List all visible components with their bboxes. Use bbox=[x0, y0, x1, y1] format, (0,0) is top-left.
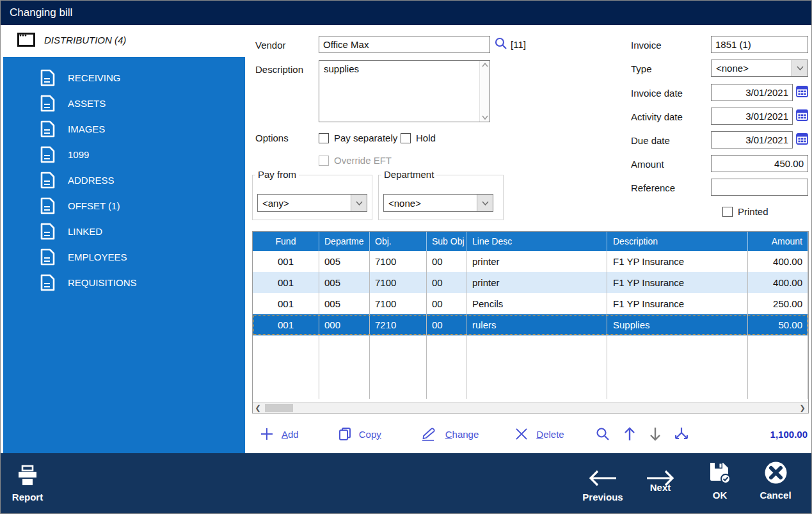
hold-checkbox[interactable] bbox=[401, 133, 411, 143]
calendar-icon[interactable] bbox=[796, 133, 808, 145]
table-row[interactable]: 001 005 7100 00 printer F1 YP Insurance … bbox=[253, 272, 808, 293]
cell-obj: 7100 bbox=[370, 293, 427, 314]
sidebar-item-label: EMPLOYEES bbox=[68, 252, 127, 262]
save-check-icon bbox=[708, 462, 731, 485]
due-date-input[interactable] bbox=[711, 131, 793, 149]
scroll-left-icon[interactable]: ❮ bbox=[253, 403, 263, 413]
pay-from-select[interactable]: <any> bbox=[257, 194, 367, 212]
change-label: Change bbox=[445, 429, 479, 440]
changing-bill-dialog: Changing bill DISTRIBUTION (4) RECEIVING… bbox=[0, 0, 812, 514]
scrollbar-thumb[interactable] bbox=[265, 404, 293, 412]
horizontal-scrollbar[interactable]: ❮ ❯ bbox=[253, 402, 808, 413]
cell-amount: 400.00 bbox=[748, 251, 808, 272]
arrow-left-icon bbox=[588, 463, 617, 486]
sidebar-item-label: ASSETS bbox=[68, 98, 106, 109]
cancel-button[interactable]: Cancel bbox=[754, 462, 797, 501]
next-button[interactable]: Next bbox=[641, 463, 680, 493]
activity-date-input[interactable] bbox=[711, 108, 793, 125]
cell-description: F1 YP Insurance bbox=[607, 251, 748, 272]
cell-fund: 001 bbox=[253, 272, 319, 293]
report-button[interactable]: Report bbox=[8, 463, 47, 502]
sidebar-item-label: IMAGES bbox=[68, 124, 105, 134]
sidebar-item-assets[interactable]: ASSETS bbox=[3, 90, 245, 116]
reference-input[interactable] bbox=[711, 179, 808, 196]
document-icon bbox=[40, 120, 55, 138]
sidebar-item-address[interactable]: ADDRESS bbox=[3, 167, 245, 193]
chevron-down-icon[interactable] bbox=[351, 195, 367, 211]
ok-button[interactable]: OK bbox=[703, 462, 736, 501]
cell-department: 005 bbox=[319, 293, 370, 314]
change-button[interactable]: Change bbox=[421, 427, 479, 441]
sidebar-item-1099[interactable]: 1099 bbox=[3, 141, 245, 167]
scroll-right-icon[interactable]: ❯ bbox=[797, 403, 808, 413]
column-header-sub-obj[interactable]: Sub Obj bbox=[427, 232, 466, 251]
vendor-input[interactable] bbox=[319, 36, 490, 53]
cell-sub-obj: 00 bbox=[427, 251, 466, 272]
invoice-date-label: Invoice date bbox=[631, 88, 683, 99]
column-header-department[interactable]: Departme bbox=[319, 232, 370, 251]
table-row[interactable]: 001 005 7100 00 printer F1 YP Insurance … bbox=[253, 251, 808, 272]
chevron-down-icon[interactable] bbox=[792, 60, 808, 76]
type-label: Type bbox=[631, 63, 652, 74]
copy-button[interactable]: Copy bbox=[338, 427, 381, 441]
column-header-fund[interactable]: Fund bbox=[253, 232, 319, 251]
search-icon[interactable] bbox=[595, 426, 610, 442]
override-eft-label: Override EFT bbox=[334, 155, 392, 166]
vendor-label: Vendor bbox=[255, 40, 286, 51]
department-label: Department bbox=[381, 169, 436, 180]
copy-label: Copy bbox=[359, 429, 381, 440]
invoice-input[interactable] bbox=[711, 36, 808, 53]
description-label: Description bbox=[255, 64, 303, 75]
invoice-date-input[interactable] bbox=[711, 84, 793, 101]
pay-from-label: Pay from bbox=[255, 169, 299, 180]
empty-row bbox=[253, 378, 808, 399]
scroll-down-icon[interactable] bbox=[482, 115, 488, 120]
chevron-down-icon[interactable] bbox=[477, 195, 493, 211]
column-header-obj[interactable]: Obj. bbox=[370, 232, 427, 251]
description-textarea[interactable]: supplies bbox=[319, 60, 490, 122]
grid-header-row: Fund Departme Obj. Sub Obj Line Desc Des… bbox=[253, 232, 808, 251]
department-select[interactable]: <none> bbox=[383, 194, 493, 212]
delete-button[interactable]: Delete bbox=[514, 427, 564, 441]
previous-button[interactable]: Previous bbox=[578, 463, 628, 502]
sidebar-item-employees[interactable]: EMPLOYEES bbox=[3, 244, 245, 269]
cell-description: F1 YP Insurance bbox=[607, 272, 748, 293]
report-label: Report bbox=[12, 492, 43, 502]
sidebar-item-label: RECEIVING bbox=[68, 72, 121, 83]
document-icon bbox=[40, 172, 55, 189]
move-up-icon[interactable] bbox=[623, 426, 636, 442]
line-items-grid: Fund Departme Obj. Sub Obj Line Desc Des… bbox=[252, 231, 809, 414]
sidebar-item-receiving[interactable]: RECEIVING bbox=[3, 65, 245, 90]
sidebar-item-images[interactable]: IMAGES bbox=[3, 116, 245, 141]
distribute-icon[interactable] bbox=[673, 426, 690, 442]
sidebar-item-offset[interactable]: OFFSET (1) bbox=[3, 193, 245, 218]
printed-checkbox[interactable] bbox=[722, 207, 733, 217]
cell-sub-obj: 00 bbox=[427, 314, 466, 335]
vendor-search-icon[interactable] bbox=[494, 36, 508, 51]
cancel-circle-icon bbox=[764, 462, 788, 485]
sidebar-item-linked[interactable]: LINKED bbox=[3, 218, 245, 244]
table-row[interactable]: 001 005 7100 00 Pencils F1 YP Insurance … bbox=[253, 293, 808, 314]
column-header-amount[interactable]: Amount bbox=[748, 232, 808, 251]
calendar-icon[interactable] bbox=[796, 85, 808, 97]
pay-separately-checkbox[interactable] bbox=[319, 133, 329, 143]
cell-obj: 7100 bbox=[370, 272, 427, 293]
amount-input[interactable] bbox=[711, 155, 808, 172]
description-scrollbar[interactable] bbox=[479, 61, 490, 122]
cell-line-desc: printer bbox=[466, 272, 607, 293]
pencil-icon bbox=[421, 427, 438, 441]
scroll-up-icon[interactable] bbox=[482, 63, 488, 67]
cell-amount: 400.00 bbox=[748, 272, 808, 293]
add-button[interactable]: Add bbox=[260, 427, 299, 441]
column-header-description[interactable]: Description bbox=[607, 232, 748, 251]
calendar-icon[interactable] bbox=[796, 109, 808, 121]
table-row-selected[interactable]: 001 000 7210 00 rulers Supplies 50.00 bbox=[253, 314, 808, 335]
cell-line-desc: rulers bbox=[466, 314, 607, 335]
sidebar-panel: RECEIVING ASSETS IMAGES 1099 ADDRESS OFF… bbox=[3, 57, 245, 453]
type-select[interactable]: <none> bbox=[711, 60, 808, 77]
sidebar-item-label: 1099 bbox=[68, 149, 89, 160]
title-bar: Changing bill bbox=[1, 1, 811, 25]
column-header-line-desc[interactable]: Line Desc bbox=[466, 232, 607, 251]
sidebar-item-requisitions[interactable]: REQUISITIONS bbox=[3, 269, 245, 295]
move-down-icon bbox=[649, 426, 662, 442]
